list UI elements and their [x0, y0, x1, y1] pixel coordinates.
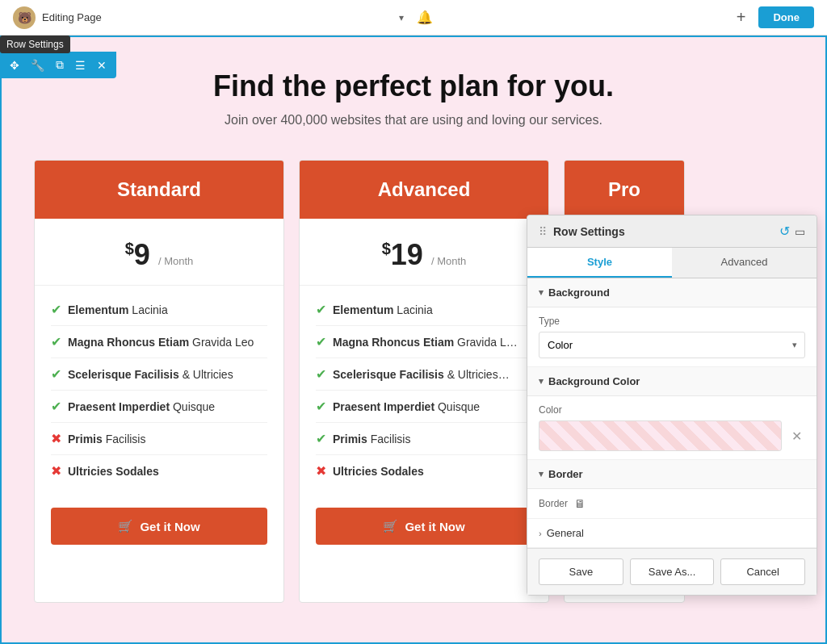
list-item: ✖Ultricies Sodales [51, 455, 267, 487]
card-footer-advanced: 🛒Get it Now [300, 495, 548, 558]
get-it-button-advanced[interactable]: 🛒Get it Now [316, 508, 532, 545]
monitor-icon: 🖥 [574, 497, 586, 510]
panel-header-left: ⠿ Row Settings [539, 225, 625, 238]
chevron-down-icon: ▾ [539, 287, 544, 298]
x-icon: ✖ [51, 463, 61, 479]
panel-header-right: ↺ ▭ [779, 224, 805, 239]
cart-icon: 🛒 [383, 519, 398, 533]
avatar: 🐻 [13, 6, 36, 29]
get-it-button-standard[interactable]: 🛒Get it Now [51, 508, 267, 545]
list-item: ✖Primis Facilisis [51, 423, 267, 455]
list-item: ✔Magna Rhoncus Etiam Gravida Leo [51, 326, 267, 358]
chevron-down-icon[interactable]: ▾ [399, 12, 404, 23]
hero-title: Find the perfect plan for you. [34, 69, 793, 103]
feature-bold: Primis [333, 433, 367, 445]
type-select[interactable]: Color Gradient Image Video None [539, 332, 805, 358]
row-settings-tooltip: Row Settings [0, 36, 70, 53]
price-symbol-advanced: $ [382, 240, 391, 257]
top-bar-right: + Done [730, 5, 814, 30]
check-icon: ✔ [316, 302, 326, 317]
save-button[interactable]: Save [539, 558, 623, 585]
canvas: Find the perfect plan for you. Join over… [0, 36, 827, 644]
card-header-advanced: Advanced [300, 161, 548, 219]
color-swatch[interactable] [539, 420, 782, 451]
check-icon: ✔ [316, 431, 326, 446]
feature-bold: Ultricies Sodales [333, 465, 424, 478]
tab-advanced[interactable]: Advanced [672, 248, 817, 278]
feature-bold: Praesent Imperdiet [333, 400, 434, 413]
price-amount-advanced: $19 [382, 238, 431, 271]
feature-bold: Elementum [68, 303, 128, 316]
list-item: ✔Primis Facilisis [316, 423, 532, 455]
minimize-icon[interactable]: ▭ [795, 225, 805, 238]
color-label: Color [539, 404, 805, 416]
border-section-header[interactable]: ▾ Border [527, 460, 817, 489]
close-icon[interactable]: ✕ [92, 56, 111, 75]
list-item: ✔Magna Rhoncus Etiam Gravida L… [316, 326, 532, 358]
spinner-icon: ↺ [779, 224, 790, 239]
background-color-section-header[interactable]: ▾ Background Color [527, 367, 817, 396]
panel-tabs: Style Advanced [527, 248, 817, 278]
list-item: ✔Praesent Imperdiet Quisque [51, 391, 267, 423]
settings-icon[interactable]: 🔧 [26, 56, 49, 75]
check-icon: ✔ [316, 334, 326, 349]
border-field-row: Border 🖥 [527, 489, 817, 519]
card-price-standard: $9 / Month [35, 219, 283, 286]
panel-footer: Save Save As... Cancel [527, 548, 817, 595]
general-label: General [547, 527, 584, 539]
add-button[interactable]: + [730, 5, 753, 30]
check-icon: ✔ [316, 399, 326, 414]
cart-icon: 🛒 [118, 519, 133, 533]
type-select-wrapper: Color Gradient Image Video None ▾ [539, 332, 805, 358]
panel-header: ⠿ Row Settings ↺ ▭ [527, 215, 817, 248]
price-period-advanced: / Month [431, 255, 466, 267]
card-header-pro: Pro [565, 161, 684, 219]
hero-subtitle: Join over 400,000 websites that are usin… [34, 113, 793, 128]
cancel-button[interactable]: Cancel [720, 558, 805, 585]
price-symbol-standard: $ [125, 240, 134, 257]
feature-bold: Praesent Imperdiet [68, 400, 170, 413]
list-item: ✔Elementum Lacinia [51, 294, 267, 326]
type-field-row: Type Color Gradient Image Video None ▾ [527, 307, 817, 367]
check-icon: ✔ [51, 334, 61, 349]
pricing-card-standard: Standard $9 / Month ✔Elementum Lacinia ✔… [34, 160, 284, 603]
check-icon: ✔ [316, 366, 326, 382]
general-row[interactable]: › General [527, 519, 817, 548]
background-section-label: Background [548, 286, 610, 299]
feature-list-advanced: ✔Elementum Lacinia ✔Magna Rhoncus Etiam … [300, 286, 548, 495]
row-settings-panel: ⠿ Row Settings ↺ ▭ Style Advanced ▾ Back… [527, 215, 817, 596]
chevron-down-icon: ▾ [539, 376, 544, 387]
color-swatch-wrapper: ✕ [539, 420, 805, 451]
check-icon: ✔ [51, 366, 61, 382]
feature-list-standard: ✔Elementum Lacinia ✔Magna Rhoncus Etiam … [35, 286, 283, 495]
chevron-down-icon: ▾ [539, 469, 544, 479]
color-clear-button[interactable]: ✕ [788, 425, 805, 447]
move-icon[interactable]: ✥ [5, 56, 24, 75]
check-icon: ✔ [51, 399, 61, 414]
top-bar: 🐻 Editing Page ▾ 🔔 + Done [0, 0, 827, 36]
check-icon: ✔ [51, 302, 61, 317]
feature-bold: Magna Rhoncus Etiam [68, 336, 189, 349]
list-item: ✔Scelerisque Facilisis & Ultricies… [316, 358, 532, 391]
background-section-header[interactable]: ▾ Background [527, 278, 817, 307]
duplicate-icon[interactable]: ⧉ [51, 55, 69, 75]
feature-bold: Scelerisque Facilisis [68, 368, 179, 381]
list-item: ✔Scelerisque Facilisis & Ultricies [51, 358, 267, 391]
panel-body: ▾ Background Type Color Gradient Image V… [527, 278, 817, 548]
done-button[interactable]: Done [758, 6, 814, 28]
border-label: Border [539, 498, 568, 509]
feature-bold: Scelerisque Facilisis [333, 368, 444, 381]
drag-handle-icon[interactable]: ⠿ [539, 225, 547, 238]
border-section-label: Border [548, 468, 583, 480]
save-as-button[interactable]: Save As... [630, 558, 715, 585]
background-color-section-label: Background Color [548, 375, 640, 387]
top-bar-center: ▾ 🔔 [399, 10, 433, 25]
panel-title: Row Settings [553, 225, 625, 238]
top-bar-left: 🐻 Editing Page [13, 6, 102, 29]
bell-icon[interactable]: 🔔 [417, 10, 433, 25]
list-item: ✔Praesent Imperdiet Quisque [316, 391, 532, 423]
menu-icon[interactable]: ☰ [70, 56, 90, 75]
type-label: Type [539, 316, 805, 327]
tab-style[interactable]: Style [527, 248, 672, 278]
list-item: ✖Ultricies Sodales [316, 455, 532, 487]
